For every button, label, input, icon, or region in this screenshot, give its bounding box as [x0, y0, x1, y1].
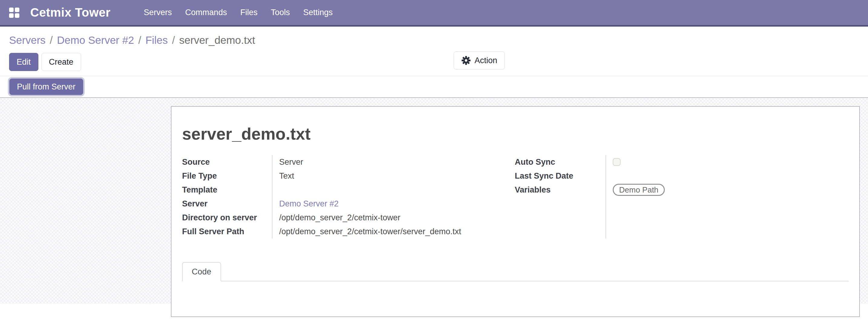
- label-column: Auto Sync Last Sync Date Variables: [515, 155, 606, 238]
- field-label-last-sync-date: Last Sync Date: [515, 171, 574, 181]
- create-button[interactable]: Create: [41, 53, 81, 71]
- label-column: Source File Type Template Server Directo…: [182, 155, 272, 238]
- navbar-menu: Servers Commands Files Tools Settings: [144, 8, 333, 17]
- nav-item-servers[interactable]: Servers: [144, 8, 172, 17]
- field-value-source: Server: [279, 158, 303, 167]
- field-value-server-link[interactable]: Demo Server #2: [279, 199, 339, 208]
- breadcrumb-link-servers[interactable]: Servers: [9, 34, 46, 46]
- form-view-background: server_demo.txt Source File Type Templat…: [0, 98, 868, 304]
- field-label-server: Server: [182, 199, 208, 208]
- field-label-directory: Directory on server: [182, 213, 257, 222]
- app-brand[interactable]: Cetmix Tower: [30, 6, 111, 19]
- apps-grid-dot: [9, 13, 13, 18]
- pull-from-server-button[interactable]: Pull from Server: [9, 78, 83, 95]
- apps-grid-dot: [9, 7, 13, 12]
- field-group-left: Source File Type Template Server Directo…: [182, 155, 515, 238]
- auto-sync-checkbox[interactable]: [613, 158, 621, 166]
- gear-icon: [461, 56, 471, 65]
- nav-item-tools[interactable]: Tools: [271, 8, 290, 17]
- notebook: Code: [182, 262, 849, 315]
- field-group-right: Auto Sync Last Sync Date Variables Demo …: [515, 155, 849, 238]
- breadcrumb-link-demo-server[interactable]: Demo Server #2: [57, 34, 134, 46]
- breadcrumb-current: server_demo.txt: [179, 34, 255, 46]
- edit-button[interactable]: Edit: [9, 53, 38, 71]
- notebook-tabs: Code: [182, 262, 849, 281]
- control-panel-buttons: Edit Create: [9, 53, 868, 71]
- action-button-label: Action: [474, 56, 497, 65]
- breadcrumb-separator: /: [50, 34, 53, 46]
- statusbar: Pull from Server: [0, 76, 868, 98]
- breadcrumb: Servers / Demo Server #2 / Files / serve…: [9, 34, 868, 46]
- nav-item-settings[interactable]: Settings: [303, 8, 333, 17]
- variable-tag-demo-path: Demo Path: [613, 184, 665, 196]
- breadcrumb-separator: /: [138, 34, 141, 46]
- record-title: server_demo.txt: [182, 124, 849, 143]
- field-label-variables: Variables: [515, 185, 551, 195]
- apps-grid-icon[interactable]: [9, 7, 19, 18]
- main-navbar: Cetmix Tower Servers Commands Files Tool…: [0, 0, 868, 27]
- field-label-file-type: File Type: [182, 171, 217, 181]
- apps-grid-dot: [15, 13, 19, 18]
- breadcrumb-link-files[interactable]: Files: [146, 34, 168, 46]
- apps-grid-dot: [15, 7, 19, 12]
- nav-item-files[interactable]: Files: [240, 8, 257, 17]
- field-label-full-server-path: Full Server Path: [182, 227, 244, 236]
- value-column: Demo Path: [606, 155, 849, 238]
- field-value-file-type: Text: [279, 171, 294, 181]
- form-sheet: server_demo.txt Source File Type Templat…: [171, 106, 860, 317]
- field-groups: Source File Type Template Server Directo…: [182, 155, 849, 238]
- nav-item-commands[interactable]: Commands: [185, 8, 227, 17]
- field-label-source: Source: [182, 158, 210, 167]
- field-value-directory: /opt/demo_server_2/cetmix-tower: [279, 213, 400, 222]
- tab-content-code: [182, 281, 849, 315]
- field-value-full-server-path: /opt/demo_server_2/cetmix-tower/server_d…: [279, 227, 461, 236]
- control-panel: Servers / Demo Server #2 / Files / serve…: [0, 27, 868, 76]
- breadcrumb-separator: /: [172, 34, 175, 46]
- value-column: Server Text Demo Server #2 /opt/demo_ser…: [272, 155, 515, 238]
- tab-code[interactable]: Code: [182, 262, 221, 281]
- field-label-auto-sync: Auto Sync: [515, 158, 555, 167]
- action-menu-button[interactable]: Action: [454, 52, 505, 69]
- field-label-template: Template: [182, 185, 217, 195]
